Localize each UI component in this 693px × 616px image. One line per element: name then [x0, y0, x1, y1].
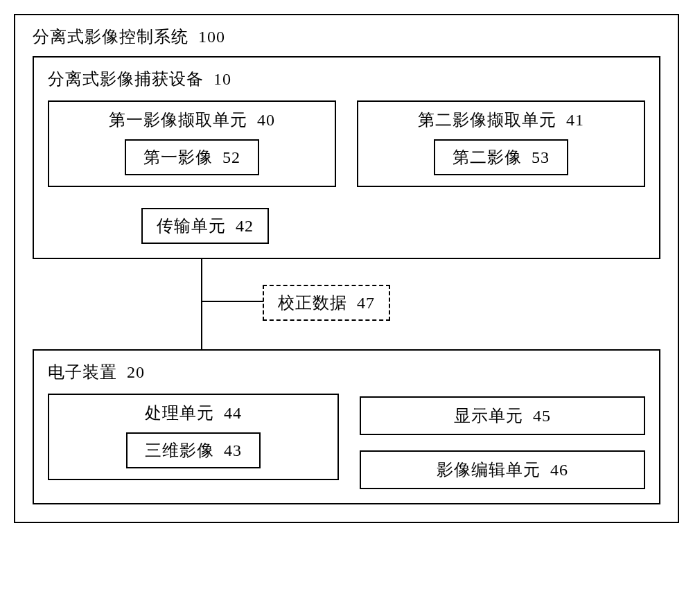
- system-title: 分离式影像控制系统 100: [33, 26, 660, 48]
- system-id: 100: [198, 28, 225, 46]
- processing-id: 44: [224, 404, 242, 422]
- connector-line-bottom: [201, 301, 202, 349]
- transmission-label: 传输单元: [157, 217, 226, 235]
- processing-image-id: 43: [224, 441, 242, 459]
- system-title-text: 分离式影像控制系统: [33, 28, 188, 46]
- transmission-unit-box: 传输单元 42: [141, 208, 269, 244]
- display-label: 显示单元: [454, 407, 523, 425]
- display-unit-box: 显示单元 45: [360, 396, 645, 435]
- transmission-row: 传输单元 42: [48, 208, 645, 244]
- unit2-title-text: 第二影像撷取单元: [418, 111, 556, 129]
- capture-unit-2: 第二影像撷取单元 41 第二影像 53: [357, 100, 645, 187]
- unit2-image-id: 53: [532, 148, 550, 166]
- unit2-id: 41: [566, 111, 584, 129]
- editing-id: 46: [550, 461, 568, 479]
- processing-title: 处理单元 44: [63, 402, 324, 424]
- correction-id: 47: [357, 294, 375, 312]
- unit2-title: 第二影像撷取单元 41: [372, 109, 630, 131]
- unit2-image-label: 第二影像: [453, 148, 522, 166]
- electronic-device-title: 电子装置 20: [48, 361, 645, 383]
- unit1-title: 第一影像撷取单元 40: [63, 109, 321, 131]
- capture-units-row: 第一影像撷取单元 40 第一影像 52 第二影像撷取单元 41 第二影像 53: [48, 100, 645, 187]
- transmission-id: 42: [236, 217, 254, 235]
- unit1-image-label: 第一影像: [143, 148, 213, 166]
- electronic-device-title-text: 电子装置: [48, 363, 117, 381]
- unit2-image-box: 第二影像 53: [434, 139, 568, 175]
- display-id: 45: [533, 407, 551, 425]
- capture-device-box: 分离式影像捕获设备 10 第一影像撷取单元 40 第一影像 52 第二影像撷取单…: [33, 56, 660, 259]
- system-container: 分离式影像控制系统 100 分离式影像捕获设备 10 第一影像撷取单元 40 第…: [14, 14, 679, 523]
- unit1-image-box: 第一影像 52: [125, 139, 259, 175]
- processing-image-box: 三维影像 43: [126, 432, 261, 468]
- processing-title-text: 处理单元: [145, 404, 214, 422]
- connector-area: 校正数据 47: [33, 259, 660, 349]
- electronic-right-column: 显示单元 45 影像编辑单元 46: [360, 394, 645, 489]
- capture-unit-1: 第一影像撷取单元 40 第一影像 52: [48, 100, 336, 187]
- unit1-id: 40: [257, 111, 275, 129]
- electronic-left-column: 处理单元 44 三维影像 43: [48, 394, 339, 489]
- electronic-content-row: 处理单元 44 三维影像 43 显示单元 45 影像编辑单元 46: [48, 394, 645, 489]
- capture-device-id: 10: [213, 70, 231, 88]
- electronic-device-box: 电子装置 20 处理单元 44 三维影像 43 显示单元: [33, 349, 660, 504]
- unit1-title-text: 第一影像撷取单元: [109, 111, 247, 129]
- processing-unit-box: 处理单元 44 三维影像 43: [48, 394, 339, 480]
- electronic-device-id: 20: [127, 363, 145, 381]
- correction-label: 校正数据: [278, 294, 347, 312]
- processing-image-label: 三维影像: [145, 441, 214, 459]
- capture-device-title-text: 分离式影像捕获设备: [48, 70, 204, 88]
- correction-data-box: 校正数据 47: [263, 285, 390, 321]
- editing-label: 影像编辑单元: [437, 461, 541, 479]
- connector-line-horizontal: [201, 301, 263, 302]
- editing-unit-box: 影像编辑单元 46: [360, 450, 645, 489]
- connector-line-top: [201, 259, 202, 301]
- unit1-image-id: 52: [222, 148, 240, 166]
- capture-device-title: 分离式影像捕获设备 10: [48, 68, 645, 90]
